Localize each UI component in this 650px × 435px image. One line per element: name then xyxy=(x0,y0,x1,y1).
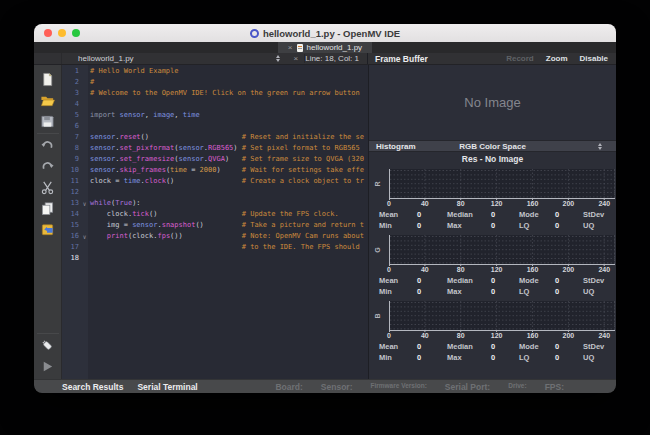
channel-B-chart: B xyxy=(389,301,614,331)
fold-spacer xyxy=(79,66,90,77)
stat-value: 0 xyxy=(555,276,583,285)
openmv-logo-icon xyxy=(250,29,259,38)
code-text: print(clock.fps()) # Note: OpenMV Cam ru… xyxy=(90,231,364,242)
tick-label: 120 xyxy=(491,200,503,207)
window-title: helloworld_1.py - OpenMV IDE xyxy=(263,28,400,39)
tick-label: 80 xyxy=(457,266,465,273)
stat-label: Mode xyxy=(519,342,555,351)
open-file-button[interactable] xyxy=(38,90,58,111)
undo-button[interactable] xyxy=(38,135,58,156)
fold-spacer xyxy=(79,132,90,143)
histogram-channel-R: R04080120160200240Mean0Median0Mode0StDev… xyxy=(369,165,616,231)
tick-label: 80 xyxy=(457,332,465,339)
editor-close-icon[interactable]: × xyxy=(288,54,306,63)
frame-buffer-title: Frame Buffer xyxy=(368,54,428,64)
tab-close-icon[interactable]: × xyxy=(288,44,293,52)
open-file-selector[interactable]: helloworld_1.py xyxy=(62,54,134,63)
fold-spacer xyxy=(79,88,90,99)
run-script-button[interactable] xyxy=(38,356,58,377)
code-text: import sensor, image, time xyxy=(90,110,200,121)
stat-label: LQ xyxy=(519,287,555,296)
stat-label: StDev xyxy=(583,276,616,285)
x-axis-ticks: 04080120160200240 xyxy=(389,331,616,341)
line-number: 2 xyxy=(62,77,79,88)
stat-label: Mode xyxy=(519,210,555,219)
channel-axis-label: B xyxy=(374,313,381,318)
new-file-button[interactable] xyxy=(38,69,58,90)
copy-button[interactable] xyxy=(38,198,58,219)
code-editor[interactable]: 1# Hello World Example2#3# Welcome to th… xyxy=(62,65,368,379)
line-number: 4 xyxy=(62,99,79,110)
tick-label: 120 xyxy=(491,266,503,273)
document-tabstrip: × helloworld_1.py xyxy=(34,42,616,53)
stat-label: Max xyxy=(447,287,491,296)
undo-icon xyxy=(40,138,55,153)
tick-label: 0 xyxy=(387,200,391,207)
close-window-button[interactable] xyxy=(44,29,52,37)
stat-value: 0 xyxy=(491,287,519,296)
stat-label: StDev xyxy=(583,210,616,219)
stat-value: 0 xyxy=(417,342,447,351)
stat-value: 0 xyxy=(491,353,519,362)
document-tab[interactable]: × helloworld_1.py xyxy=(278,42,372,53)
fold-spacer xyxy=(79,143,90,154)
search-results-tab[interactable]: Search Results xyxy=(62,382,123,392)
code-line: 13∨while(True): xyxy=(62,198,368,209)
zoom-button[interactable]: Zoom xyxy=(546,54,568,63)
code-line: 8sensor.set_pixformat(sensor.RGB565) # S… xyxy=(62,143,368,154)
stat-label: UQ xyxy=(583,221,616,230)
stat-value: 0 xyxy=(555,221,583,230)
fold-marker-icon[interactable]: ∨ xyxy=(79,198,90,209)
tick-label: 240 xyxy=(598,266,610,273)
line-col-indicator: Line: 18, Col: 1 xyxy=(305,54,367,63)
line-number: 10 xyxy=(62,165,79,176)
stat-label: LQ xyxy=(519,353,555,362)
histogram-channel-G: G04080120160200240Mean0Median0Mode0StDev… xyxy=(369,231,616,297)
cut-button[interactable] xyxy=(38,177,58,198)
code-line: 7sensor.reset() # Reset and initialize t… xyxy=(62,132,368,143)
stat-value: 0 xyxy=(555,287,583,296)
file-selector-updown-icon[interactable] xyxy=(276,55,280,62)
status-bar: Search Results Serial Terminal Board:Sen… xyxy=(34,379,616,393)
code-line: 12 xyxy=(62,187,368,198)
tick-label: 160 xyxy=(527,332,539,339)
stat-label: Median xyxy=(447,276,491,285)
tick-label: 80 xyxy=(457,200,465,207)
stat-value: 0 xyxy=(491,342,519,351)
disable-button[interactable]: Disable xyxy=(580,54,608,63)
code-text: # Hello World Example xyxy=(90,66,179,77)
serial-terminal-tab[interactable]: Serial Terminal xyxy=(137,382,197,392)
record-button[interactable]: Record xyxy=(506,54,534,63)
minimize-window-button[interactable] xyxy=(58,29,66,37)
line-number: 3 xyxy=(62,88,79,99)
color-space-select[interactable]: RGB Color Space xyxy=(369,142,616,151)
code-line: 15 img = sensor.snapshot() # Take a pict… xyxy=(62,220,368,231)
line-number: 18 xyxy=(62,253,79,264)
fold-spacer xyxy=(79,187,90,198)
fold-spacer xyxy=(79,154,90,165)
resolution-label: Res - No Image xyxy=(369,152,616,165)
stat-value: 0 xyxy=(417,276,447,285)
code-text: sensor.reset() # Reset and initialize th… xyxy=(90,132,364,143)
connect-button[interactable] xyxy=(38,335,58,356)
window-controls xyxy=(44,29,80,37)
paste-button[interactable] xyxy=(38,219,58,240)
stat-label: LQ xyxy=(519,221,555,230)
channel-R-chart: R xyxy=(389,169,614,199)
save-file-button[interactable] xyxy=(38,111,58,132)
stat-value: 0 xyxy=(555,210,583,219)
fold-marker-icon[interactable]: ∨ xyxy=(79,231,90,242)
channel-stats-row: Mean0Median0Mode0StDev0 xyxy=(369,341,616,352)
redo-button[interactable] xyxy=(38,156,58,177)
openmv-ide-window: helloworld_1.py - OpenMV IDE × helloworl… xyxy=(34,24,616,393)
channel-axis-label: G xyxy=(374,247,381,252)
code-text: clock.tick() # Update the FPS clock. xyxy=(90,209,339,220)
status-field-sensor: Sensor: xyxy=(321,382,353,392)
scissors-icon xyxy=(40,180,55,195)
stat-label: Mean xyxy=(379,276,417,285)
zoom-window-button[interactable] xyxy=(72,29,80,37)
toolbar-separator xyxy=(37,333,59,334)
code-text: sensor.skip_frames(time = 2000) # Wait f… xyxy=(90,165,364,176)
color-space-updown-icon[interactable] xyxy=(598,143,608,150)
titlebar[interactable]: helloworld_1.py - OpenMV IDE xyxy=(34,24,616,42)
